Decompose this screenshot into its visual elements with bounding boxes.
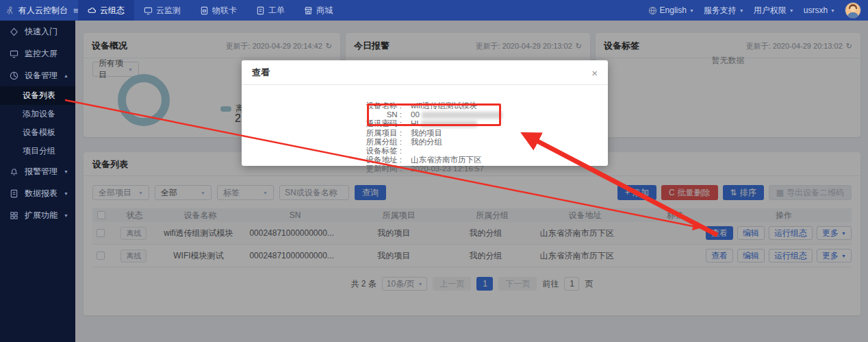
avatar[interactable]: [845, 2, 861, 19]
sidebar-item-quickstart[interactable]: 快速入门: [0, 21, 75, 42]
sidebar-item-project-group[interactable]: 项目分组: [0, 142, 75, 160]
sidebar-item-dashboard[interactable]: 监控大屏: [0, 42, 75, 64]
brand: 有人云控制台 ≡: [0, 5, 75, 16]
sidebar-item-device-template[interactable]: 设备模板: [0, 123, 75, 142]
sidebar-item-alarm-management[interactable]: 报警管理 ▼: [0, 160, 75, 182]
field-group: 所属分组 : 我的分组: [242, 138, 608, 147]
top-navigation: 云组态 云监测 物联卡 工单 商城: [78, 0, 342, 21]
device-detail-fields: 设备名称 : wifi透传组测试模块 SN : 00 通讯密码 : HI 所属项…: [242, 85, 608, 174]
chevron-down-icon: ▼: [64, 191, 68, 196]
cloud-icon: [88, 6, 97, 15]
tab-cloud-config[interactable]: 云组态: [78, 0, 134, 21]
language-dropdown[interactable]: English ▼: [648, 5, 694, 15]
close-icon[interactable]: ×: [591, 68, 598, 78]
chevron-down-icon: ▼: [830, 8, 835, 13]
bell-icon: [10, 167, 18, 176]
document-icon: [256, 6, 265, 15]
sidebar: 快速入门 监控大屏 设备管理 ▲ 设备列表 添加设备 设备模板 项目分组 报警管…: [0, 21, 75, 342]
topbar: 有人云控制台 ≡ 云组态 云监测 物联卡 工单 商城: [0, 0, 868, 21]
sidebar-item-device-management[interactable]: 设备管理 ▲: [0, 64, 75, 86]
report-icon: [10, 189, 18, 198]
chevron-down-icon: ▼: [789, 8, 794, 13]
topbar-right: English ▼ 服务支持 ▼ 用户权限 ▼ usrsxh ▼: [648, 2, 868, 19]
chevron-down-icon: ▼: [64, 169, 68, 174]
user-dropdown[interactable]: usrsxh ▼: [804, 5, 835, 15]
field-address: 设备地址 : 山东省济南市历下区: [242, 156, 608, 164]
field-update-time: 更新时间 : 2020-03-23 12:16:57: [242, 164, 608, 173]
big-screen-icon: [10, 49, 18, 58]
app-title: 有人云控制台: [18, 5, 68, 16]
device-gauge-icon: [10, 71, 18, 80]
grid-icon: [10, 211, 18, 220]
field-project: 所属项目 : 我的项目: [242, 129, 608, 138]
sim-card-icon: [200, 6, 209, 15]
chevron-down-icon: ▼: [739, 8, 744, 13]
store-icon: [304, 6, 313, 15]
tab-work-order[interactable]: 工单: [246, 0, 294, 21]
globe-icon: [648, 6, 657, 15]
field-tags: 设备标签 :: [242, 147, 608, 156]
compass-icon: [10, 27, 18, 36]
tab-iot-card[interactable]: 物联卡: [190, 0, 246, 21]
app-root: 有人云控制台 ≡ 云组态 云监测 物联卡 工单 商城: [0, 0, 868, 342]
support-dropdown[interactable]: 服务支持 ▼: [704, 5, 744, 16]
permissions-dropdown[interactable]: 用户权限 ▼: [754, 5, 794, 16]
sidebar-item-extensions[interactable]: 扩展功能 ▼: [0, 204, 75, 226]
chevron-up-icon: ▲: [64, 73, 68, 78]
sidebar-item-add-device[interactable]: 添加设备: [0, 105, 75, 123]
usr-logo-icon: [5, 6, 14, 15]
monitor-icon: [144, 6, 153, 15]
chevron-down-icon: ▼: [64, 213, 68, 218]
tab-mall[interactable]: 商城: [294, 0, 342, 21]
sidebar-item-data-report[interactable]: 数据报表 ▼: [0, 182, 75, 204]
annotation-highlight-box: [367, 103, 501, 126]
chevron-down-icon: ▼: [689, 8, 694, 13]
tab-cloud-monitor[interactable]: 云监测: [134, 0, 190, 21]
sidebar-item-device-list[interactable]: 设备列表: [0, 86, 75, 105]
modal-title: 查看: [252, 66, 270, 79]
